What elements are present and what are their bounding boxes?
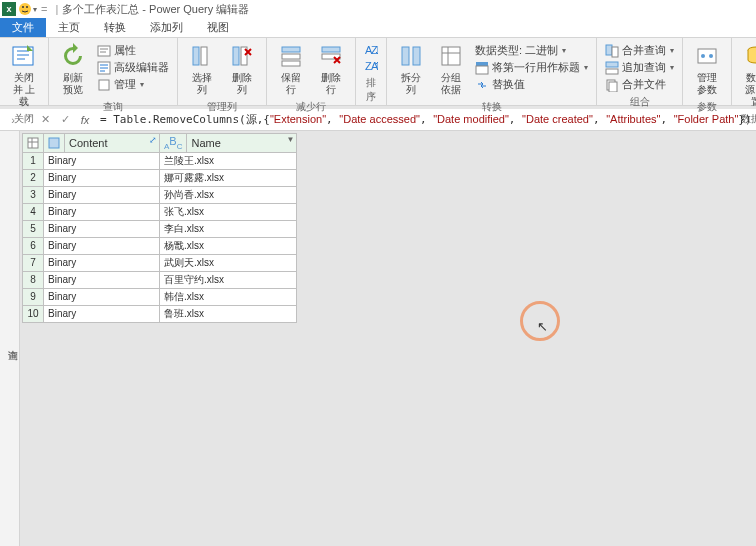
replace-button[interactable]: 替换值 <box>473 76 590 93</box>
formula-text[interactable]: = Table.RemoveColumns(源,{"Extension", "D… <box>96 112 752 127</box>
corner-cell[interactable] <box>23 134 44 153</box>
cell-content[interactable]: Binary <box>44 203 160 220</box>
groupby-label: 分组 依据 <box>437 72 465 96</box>
cell-name[interactable]: 娜可露露.xlsx <box>160 169 297 186</box>
cell-content[interactable]: Binary <box>44 220 160 237</box>
svg-point-33 <box>709 54 713 58</box>
titlebar: x ▾ = | 多个工作表汇总 - Power Query 编辑器 <box>0 0 756 18</box>
cell-content[interactable]: Binary <box>44 169 160 186</box>
sort-asc-button[interactable]: AZ <box>362 42 380 58</box>
close-load-button[interactable]: 关闭并 上载 <box>6 40 42 110</box>
fx-icon[interactable]: fx <box>76 111 94 129</box>
refresh-icon <box>59 42 87 70</box>
remove-rows-button[interactable]: 删除 行 <box>313 40 349 98</box>
row-number[interactable]: 4 <box>23 203 44 220</box>
row-number[interactable]: 8 <box>23 271 44 288</box>
expand-queries-button[interactable]: › <box>4 111 22 129</box>
tab-view[interactable]: 视图 <box>195 18 241 37</box>
row-number[interactable]: 9 <box>23 288 44 305</box>
cell-name[interactable]: 武则天.xlsx <box>160 254 297 271</box>
table-row[interactable]: 8 Binary 百里守约.xlsx <box>23 271 297 288</box>
row-number[interactable]: 5 <box>23 220 44 237</box>
tab-transform[interactable]: 转换 <box>92 18 138 37</box>
cell-name[interactable]: 杨戬.xlsx <box>160 237 297 254</box>
datasource-settings-button[interactable]: 数据源 设置 <box>738 40 756 110</box>
table-row[interactable]: 5 Binary 李白.xlsx <box>23 220 297 237</box>
row-number[interactable]: 2 <box>23 169 44 186</box>
cell-name[interactable]: 鲁班.xlsx <box>160 305 297 322</box>
cell-content[interactable]: Binary <box>44 288 160 305</box>
cancel-formula-button[interactable]: ✕ <box>36 111 54 129</box>
row-number[interactable]: 3 <box>23 186 44 203</box>
svg-rect-20 <box>402 47 409 65</box>
cell-content[interactable]: Binary <box>44 152 160 169</box>
sort-desc-button[interactable]: ZA <box>362 58 380 74</box>
queries-sidebar-collapsed[interactable]: 查询 <box>0 131 20 546</box>
datasource-icon <box>742 42 756 70</box>
smiley-icon <box>18 2 32 16</box>
dropdown-icon[interactable]: ▾ <box>33 5 37 14</box>
row-number[interactable]: 10 <box>23 305 44 322</box>
groupby-button[interactable]: 分组 依据 <box>433 40 469 98</box>
accept-formula-button[interactable]: ✓ <box>56 111 74 129</box>
remove-rows-label: 删除 行 <box>317 72 345 96</box>
svg-rect-31 <box>698 49 716 63</box>
use-header-button[interactable]: 将第一行用作标题▾ <box>473 59 590 76</box>
keep-rows-icon <box>277 42 305 70</box>
cell-name[interactable]: 孙尚香.xlsx <box>160 186 297 203</box>
manage-button[interactable]: 管理▾ <box>95 76 171 93</box>
manage-params-button[interactable]: 管理 参数 <box>689 40 725 98</box>
cell-name[interactable]: 韩信.xlsx <box>160 288 297 305</box>
sort-desc-icon: ZA <box>364 59 378 73</box>
table-row[interactable]: 10 Binary 鲁班.xlsx <box>23 305 297 322</box>
tab-addcolumn[interactable]: 添加列 <box>138 18 195 37</box>
col-type-content[interactable] <box>44 134 65 153</box>
col-header-name[interactable]: Name▼ <box>187 134 297 153</box>
table-row[interactable]: 3 Binary 孙尚香.xlsx <box>23 186 297 203</box>
svg-rect-8 <box>201 47 207 65</box>
cell-name[interactable]: 李白.xlsx <box>160 220 297 237</box>
append-queries-button[interactable]: 追加查询▾ <box>603 59 676 76</box>
table-row[interactable]: 6 Binary 杨戬.xlsx <box>23 237 297 254</box>
advanced-editor-button[interactable]: 高级编辑器 <box>95 59 171 76</box>
table-row[interactable]: 7 Binary 武则天.xlsx <box>23 254 297 271</box>
tab-home[interactable]: 主页 <box>46 18 92 37</box>
expand-column-icon[interactable]: ⤢ <box>149 135 157 145</box>
svg-rect-15 <box>322 54 340 59</box>
table-row[interactable]: 1 Binary 兰陵王.xlsx <box>23 152 297 169</box>
keep-rows-button[interactable]: 保留 行 <box>273 40 309 98</box>
svg-rect-14 <box>322 47 340 52</box>
row-number[interactable]: 6 <box>23 237 44 254</box>
cell-content[interactable]: Binary <box>44 254 160 271</box>
properties-button[interactable]: 属性 <box>95 42 171 59</box>
datatype-button[interactable]: 数据类型: 二进制▾ <box>473 42 590 59</box>
cell-content[interactable]: Binary <box>44 237 160 254</box>
cell-content[interactable]: Binary <box>44 271 160 288</box>
row-number[interactable]: 1 <box>23 152 44 169</box>
cell-name[interactable]: 兰陵王.xlsx <box>160 152 297 169</box>
cell-name[interactable]: 张飞.xlsx <box>160 203 297 220</box>
filter-dropdown-icon[interactable]: ▼ <box>287 135 295 144</box>
choose-columns-button[interactable]: 选择 列 <box>184 40 220 98</box>
table-row[interactable]: 4 Binary 张飞.xlsx <box>23 203 297 220</box>
refresh-button[interactable]: 刷新 预览 <box>55 40 91 98</box>
dropdown-icon: ▾ <box>584 63 588 72</box>
cell-content[interactable]: Binary <box>44 305 160 322</box>
group-combine-label: 组合 <box>603 93 676 111</box>
cell-name[interactable]: 百里守约.xlsx <box>160 271 297 288</box>
ribbon-tabs: 文件 主页 转换 添加列 视图 <box>0 18 756 38</box>
col-header-content[interactable]: Content⤢ <box>65 134 160 153</box>
mergefile-icon <box>605 78 619 92</box>
table-row[interactable]: 9 Binary 韩信.xlsx <box>23 288 297 305</box>
merge-files-button[interactable]: 合并文件 <box>603 76 676 93</box>
results-table: Content⤢ ABC Name▼ 1 Binary 兰陵王.xlsx2 Bi… <box>22 133 297 323</box>
cell-content[interactable]: Binary <box>44 186 160 203</box>
table-row[interactable]: 2 Binary 娜可露露.xlsx <box>23 169 297 186</box>
svg-rect-23 <box>476 62 488 66</box>
split-column-button[interactable]: 拆分 列 <box>393 40 429 98</box>
row-number[interactable]: 7 <box>23 254 44 271</box>
col-type-name[interactable]: ABC <box>160 134 187 153</box>
merge-queries-button[interactable]: 合并查询▾ <box>603 42 676 59</box>
remove-columns-button[interactable]: 删除 列 <box>224 40 260 98</box>
tab-file[interactable]: 文件 <box>0 18 46 37</box>
